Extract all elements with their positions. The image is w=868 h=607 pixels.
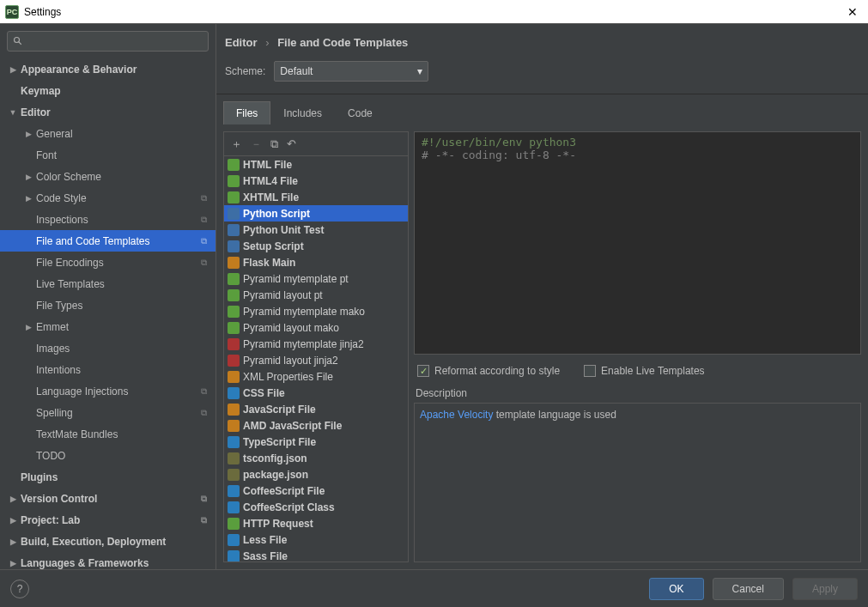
tree-item-textmate-bundles[interactable]: TextMate Bundles bbox=[0, 423, 215, 445]
tree-item-label: TextMate Bundles bbox=[36, 428, 118, 440]
tree-item-emmet[interactable]: ▶Emmet bbox=[0, 316, 215, 337]
tree-item-todo[interactable]: TODO bbox=[0, 445, 215, 466]
template-item-label: Pyramid layout jinja2 bbox=[243, 355, 338, 367]
tree-item-font[interactable]: Font bbox=[0, 144, 215, 166]
tree-item-live-templates[interactable]: Live Templates bbox=[0, 273, 215, 294]
settings-tree: ▶Appearance & BehaviorKeymap▼Editor▶Gene… bbox=[0, 58, 215, 569]
tab-code[interactable]: Code bbox=[335, 101, 385, 124]
template-item-css-file[interactable]: CSS File bbox=[224, 385, 408, 401]
app-icon: PC bbox=[5, 5, 19, 19]
template-item-amd-javascript-file[interactable]: AMD JavaScript File bbox=[224, 417, 408, 434]
template-item-python-unit-test[interactable]: Python Unit Test bbox=[224, 222, 408, 238]
search-input[interactable] bbox=[7, 31, 209, 52]
close-icon[interactable]: ✕ bbox=[842, 5, 863, 19]
copy-button[interactable]: ⧉ bbox=[270, 137, 278, 151]
add-button[interactable]: ＋ bbox=[231, 137, 242, 152]
template-item-coffeescript-file[interactable]: CoffeeScript File bbox=[224, 483, 408, 499]
project-scope-icon: ⧉ bbox=[201, 193, 207, 203]
tab-includes[interactable]: Includes bbox=[270, 101, 335, 124]
template-item-pyramid-layout-pt[interactable]: Pyramid layout pt bbox=[224, 287, 408, 303]
tree-item-label: TODO bbox=[36, 450, 65, 462]
project-scope-icon: ⧉ bbox=[201, 515, 207, 525]
tree-item-label: Language Injections bbox=[36, 385, 128, 398]
tree-item-editor[interactable]: ▼Editor bbox=[0, 101, 215, 123]
expand-arrow-icon: ▶ bbox=[9, 516, 17, 525]
expand-arrow-icon: ▶ bbox=[9, 65, 17, 74]
template-item-package-json[interactable]: package.json bbox=[224, 466, 408, 483]
tree-item-images[interactable]: Images bbox=[0, 337, 215, 359]
file-type-icon bbox=[228, 355, 240, 367]
tree-item-file-and-code-templates[interactable]: File and Code Templates⧉ bbox=[0, 230, 215, 252]
file-type-icon bbox=[228, 338, 240, 350]
template-item-setup-script[interactable]: Setup Script bbox=[224, 238, 408, 254]
tree-item-build-execution-deployment[interactable]: ▶Build, Execution, Deployment bbox=[0, 531, 215, 552]
template-item-coffeescript-class[interactable]: CoffeeScript Class bbox=[224, 499, 408, 515]
file-type-icon bbox=[228, 159, 240, 171]
template-item-label: tsconfig.json bbox=[243, 452, 307, 464]
template-item-python-script[interactable]: Python Script bbox=[224, 205, 408, 222]
tree-item-inspections[interactable]: Inspections⧉ bbox=[0, 209, 215, 230]
tree-item-file-types[interactable]: File Types bbox=[0, 294, 215, 316]
enable-live-templates-checkbox[interactable]: Enable Live Templates bbox=[584, 365, 705, 377]
template-item-sass-file[interactable]: Sass File bbox=[224, 548, 408, 561]
file-type-icon bbox=[228, 306, 240, 318]
tree-item-general[interactable]: ▶General bbox=[0, 123, 215, 144]
template-item-xml-properties-file[interactable]: XML Properties File bbox=[224, 368, 408, 385]
file-type-icon bbox=[228, 404, 240, 416]
expand-arrow-icon: ▶ bbox=[9, 495, 17, 503]
template-editor[interactable]: #!/user/bin/env python3 # -*- coding: ut… bbox=[414, 131, 861, 355]
tree-item-file-encodings[interactable]: File Encodings⧉ bbox=[0, 252, 215, 273]
tree-item-keymap[interactable]: Keymap bbox=[0, 80, 215, 101]
tree-item-plugins[interactable]: Plugins bbox=[0, 466, 215, 488]
remove-button[interactable]: － bbox=[251, 137, 262, 152]
tree-item-spelling[interactable]: Spelling⧉ bbox=[0, 402, 215, 423]
template-item-pyramid-mytemplate-mako[interactable]: Pyramid mytemplate mako bbox=[224, 303, 408, 319]
template-item-html-file[interactable]: HTML File bbox=[224, 156, 408, 173]
tree-item-code-style[interactable]: ▶Code Style⧉ bbox=[0, 187, 215, 209]
template-item-label: HTML File bbox=[243, 159, 292, 171]
tree-item-label: File Encodings bbox=[36, 257, 104, 269]
tree-item-color-scheme[interactable]: ▶Color Scheme bbox=[0, 166, 215, 187]
template-item-flask-main[interactable]: Flask Main bbox=[224, 254, 408, 270]
template-item-label: Pyramid mytemplate jinja2 bbox=[243, 338, 364, 350]
scheme-select[interactable]: Default ▾ bbox=[274, 61, 428, 82]
template-item-label: Python Unit Test bbox=[243, 224, 324, 236]
template-item-pyramid-mytemplate-pt[interactable]: Pyramid mytemplate pt bbox=[224, 270, 408, 287]
template-item-html4-file[interactable]: HTML4 File bbox=[224, 173, 408, 189]
template-item-xhtml-file[interactable]: XHTML File bbox=[224, 189, 408, 205]
file-type-icon bbox=[228, 534, 240, 546]
cancel-button[interactable]: Cancel bbox=[713, 578, 784, 600]
template-item-pyramid-layout-mako[interactable]: Pyramid layout mako bbox=[224, 319, 408, 336]
tree-item-intentions[interactable]: Intentions bbox=[0, 359, 215, 380]
apply-button[interactable]: Apply bbox=[792, 578, 858, 600]
reformat-checkbox[interactable]: ✓ Reformat according to style bbox=[417, 365, 560, 377]
tree-item-languages-frameworks[interactable]: ▶Languages & Frameworks bbox=[0, 552, 215, 569]
apache-velocity-link[interactable]: Apache Velocity bbox=[420, 409, 493, 421]
template-item-less-file[interactable]: Less File bbox=[224, 531, 408, 548]
file-type-icon bbox=[228, 485, 240, 497]
tree-item-appearance-behavior[interactable]: ▶Appearance & Behavior bbox=[0, 58, 215, 80]
tab-files[interactable]: Files bbox=[223, 101, 270, 124]
template-item-javascript-file[interactable]: JavaScript File bbox=[224, 401, 408, 417]
tree-item-label: File Types bbox=[36, 300, 82, 312]
tree-item-label: Spelling bbox=[36, 407, 73, 419]
tree-item-label: Live Templates bbox=[36, 278, 105, 290]
revert-button[interactable]: ↶ bbox=[287, 137, 296, 150]
expand-arrow-icon: ▶ bbox=[9, 537, 17, 546]
template-item-typescript-file[interactable]: TypeScript File bbox=[224, 434, 408, 450]
tree-item-version-control[interactable]: ▶Version Control⧉ bbox=[0, 488, 215, 509]
template-item-label: AMD JavaScript File bbox=[243, 420, 342, 432]
file-type-icon bbox=[228, 436, 240, 448]
template-item-pyramid-layout-jinja2[interactable]: Pyramid layout jinja2 bbox=[224, 352, 408, 368]
help-button[interactable]: ? bbox=[10, 580, 29, 598]
template-item-label: Flask Main bbox=[243, 257, 295, 269]
template-item-tsconfig-json[interactable]: tsconfig.json bbox=[224, 450, 408, 466]
chevron-right-icon: › bbox=[265, 36, 269, 49]
tree-item-language-injections[interactable]: Language Injections⧉ bbox=[0, 380, 215, 402]
description-text: template language is used bbox=[493, 409, 616, 421]
template-item-pyramid-mytemplate-jinja2[interactable]: Pyramid mytemplate jinja2 bbox=[224, 336, 408, 352]
tree-item-label: Editor bbox=[21, 106, 51, 118]
ok-button[interactable]: OK bbox=[649, 578, 703, 600]
template-item-http-request[interactable]: HTTP Request bbox=[224, 515, 408, 531]
tree-item-project-lab[interactable]: ▶Project: Lab⧉ bbox=[0, 509, 215, 531]
